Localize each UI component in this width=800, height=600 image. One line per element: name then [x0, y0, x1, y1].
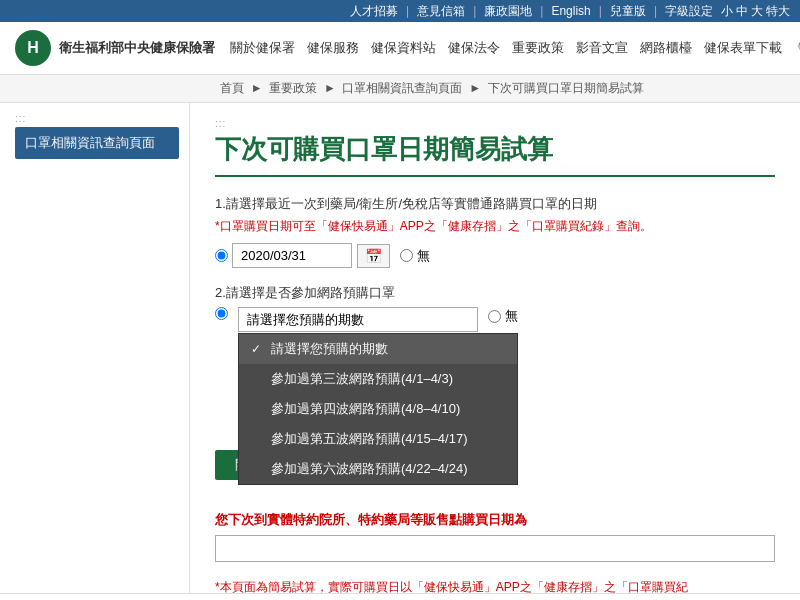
result-label: 您下次到實體特約院所、特約藥局等販售點購買日期為 [215, 511, 775, 529]
font-size-label: 字級設定 [665, 3, 713, 20]
breadcrumb-policy[interactable]: 重要政策 [269, 81, 317, 95]
logo-icon: H [15, 30, 51, 66]
dropdown-option-label-2: 參加過第四波網路預購(4/8–4/10) [271, 400, 460, 418]
nav-about[interactable]: 關於健保署 [230, 39, 295, 57]
section2: 2.請選擇是否參加網路預購口罩 ✓ 請選擇您預購的期數 [215, 284, 775, 332]
result-label-suffix: 特約院所、特約藥局等販售點購買日期為 [293, 512, 527, 527]
radio-none2-input[interactable] [488, 310, 501, 323]
check-icon-0: ✓ [251, 342, 265, 356]
bc-sep1: ► [251, 81, 263, 95]
dropdown-popup: ✓ 請選擇您預購的期數 參加過第三波網路預購(4/1–4/3) 參加過第四波網路… [238, 333, 518, 485]
nav-law[interactable]: 健保法令 [448, 39, 500, 57]
section2-label: 2.請選擇是否參加網路預購口罩 [215, 284, 775, 302]
dropdown-row: ✓ 請選擇您預購的期數 參加過第三波網路預購(4/1–4/3) 參加過第四波網路… [215, 307, 775, 332]
sep2: | [473, 4, 476, 18]
nav-media[interactable]: 影音文宣 [576, 39, 628, 57]
bc-sep2: ► [324, 81, 336, 95]
radio-date[interactable]: 📅 [215, 243, 390, 268]
nav-data[interactable]: 健保資料站 [371, 39, 436, 57]
sep3: | [540, 4, 543, 18]
breadcrumb: 首頁 ► 重要政策 ► 口罩相關資訊查詢頁面 ► 下次可購買口罩日期簡易試算 [0, 75, 800, 103]
font-small[interactable]: 小 [721, 3, 733, 20]
nav-policy[interactable]: 重要政策 [512, 39, 564, 57]
sidebar-handle: ::: [15, 113, 179, 124]
dropdown-option-label-1: 參加過第三波網路預購(4/1–4/3) [271, 370, 453, 388]
result-input[interactable] [215, 535, 775, 562]
radio-preorder[interactable] [215, 307, 228, 320]
radio-preorder-input[interactable] [215, 307, 228, 320]
breadcrumb-current: 下次可購買口罩日期簡易試算 [488, 81, 644, 95]
font-large[interactable]: 大 [751, 3, 763, 20]
bc-sep3: ► [469, 81, 481, 95]
dropdown-option-label-4: 參加過第六波網路預購(4/22–4/24) [271, 460, 468, 478]
dropdown-select[interactable] [238, 307, 478, 332]
calendar-button[interactable]: 📅 [357, 244, 390, 268]
sidebar-item-mask[interactable]: 口罩相關資訊查詢頁面 [15, 127, 179, 159]
radio-none-input[interactable] [400, 249, 413, 262]
result-label-highlight: 實體 [267, 512, 293, 527]
page-title: 下次可購買口罩日期簡易試算 [215, 132, 775, 177]
check-icon-4 [251, 462, 265, 476]
breadcrumb-home[interactable]: 首頁 [220, 81, 244, 95]
check-icon-3 [251, 432, 265, 446]
top-integrity[interactable]: 廉政園地 [484, 3, 532, 20]
dropdown-option-0[interactable]: ✓ 請選擇您預購的期數 [239, 334, 517, 364]
top-recruitment[interactable]: 人才招募 [350, 3, 398, 20]
radio-none2[interactable]: 無 [488, 307, 518, 325]
breadcrumb-mask-info[interactable]: 口罩相關資訊查詢頁面 [342, 81, 462, 95]
logo-text: 衛生福利部中央健康保險署 [59, 40, 215, 57]
dropdown-option-2[interactable]: 參加過第四波網路預購(4/8–4/10) [239, 394, 517, 424]
dropdown-select-wrap: ✓ 請選擇您預購的期數 參加過第三波網路預購(4/1–4/3) 參加過第四波網路… [238, 307, 478, 332]
sep1: | [406, 4, 409, 18]
dropdown-option-label-3: 參加過第五波網路預購(4/15–4/17) [271, 430, 468, 448]
radio-none-label: 無 [417, 247, 430, 265]
dropdown-option-3[interactable]: 參加過第五波網路預購(4/15–4/17) [239, 424, 517, 454]
header: H 衛生福利部中央健康保險署 關於健保署 健保服務 健保資料站 健保法令 重要政… [0, 22, 800, 75]
nav-forms[interactable]: 健保表單下載 [704, 39, 782, 57]
sep4: | [599, 4, 602, 18]
content-handle: ::: [215, 118, 775, 129]
footer-note-line1: *本頁面為簡易試算，實際可購買日以「健保快易通」APP之「健康存摺」之「口罩購買… [215, 578, 775, 593]
radio-date-input[interactable] [215, 249, 228, 262]
font-size-controls: 小 中 大 特大 [721, 3, 790, 20]
sidebar: ::: 口罩相關資訊查詢頁面 [0, 103, 190, 593]
nav-counter[interactable]: 網路櫃檯 [640, 39, 692, 57]
section1-note: *口罩購買日期可至「健保快易通」APP之「健康存摺」之「口罩購買紀錄」查詢。 [215, 218, 775, 235]
check-icon-2 [251, 402, 265, 416]
dropdown-option-4[interactable]: 參加過第六波網路預購(4/22–4/24) [239, 454, 517, 484]
dropdown-option-1[interactable]: 參加過第三波網路預購(4/1–4/3) [239, 364, 517, 394]
font-xlarge[interactable]: 特大 [766, 3, 790, 20]
date-input-wrap: 📅 [232, 243, 390, 268]
top-bar: 人才招募 | 意見信箱 | 廉政園地 | English | 兒童版 | 字級設… [0, 0, 800, 22]
top-children[interactable]: 兒童版 [610, 3, 646, 20]
font-medium[interactable]: 中 [736, 3, 748, 20]
check-icon-1 [251, 372, 265, 386]
radio-none[interactable]: 無 [400, 247, 430, 265]
sep5: | [654, 4, 657, 18]
section1-label: 1.請選擇最近一次到藥局/衛生所/免稅店等實體通路購買口罩的日期 [215, 195, 775, 213]
update-date: 更新日期：109.04.20 [0, 593, 800, 600]
content-area: ::: 下次可購買口罩日期簡易試算 1.請選擇最近一次到藥局/衛生所/免稅店等實… [190, 103, 800, 593]
footer-note: *本頁面為簡易試算，實際可購買日以「健保快易通」APP之「健康存摺」之「口罩購買… [215, 578, 775, 593]
top-feedback[interactable]: 意見信箱 [417, 3, 465, 20]
date-input[interactable] [232, 243, 352, 268]
nav-service[interactable]: 健保服務 [307, 39, 359, 57]
date-row: 📅 無 [215, 243, 775, 268]
logo-area: H 衛生福利部中央健康保險署 [15, 30, 215, 66]
result-section: 您下次到實體特約院所、特約藥局等販售點購買日期為 [215, 511, 775, 562]
result-label-prefix: 您下次到 [215, 512, 267, 527]
main-layout: ::: 口罩相關資訊查詢頁面 ::: 下次可購買口罩日期簡易試算 1.請選擇最近… [0, 103, 800, 593]
dropdown-option-label-0: 請選擇您預購的期數 [271, 340, 388, 358]
section1: 1.請選擇最近一次到藥局/衛生所/免稅店等實體通路購買口罩的日期 *口罩購買日期… [215, 195, 775, 268]
top-english[interactable]: English [551, 4, 590, 18]
nav-menu: 關於健保署 健保服務 健保資料站 健保法令 重要政策 影音文宣 網路櫃檯 健保表… [230, 39, 782, 57]
radio-none2-label: 無 [505, 307, 518, 325]
